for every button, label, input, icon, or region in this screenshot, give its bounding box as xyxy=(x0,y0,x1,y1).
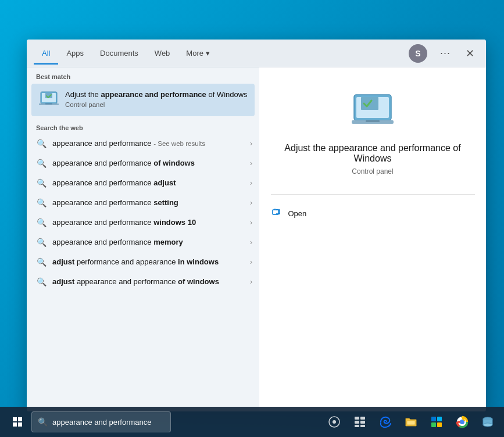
svg-rect-28 xyxy=(437,422,442,427)
web-item-text: appearance and performance - See web res… xyxy=(52,139,244,149)
chevron-right-icon: › xyxy=(250,179,252,187)
list-item[interactable]: 🔍 appearance and performance adjust › xyxy=(27,173,259,193)
best-match-label: Best match xyxy=(27,67,259,84)
tab-documents[interactable]: Documents xyxy=(92,42,146,65)
svg-rect-27 xyxy=(431,422,436,427)
tab-all[interactable]: All xyxy=(34,42,58,65)
user-avatar[interactable]: S xyxy=(409,44,427,63)
svg-rect-4 xyxy=(45,103,52,105)
chevron-right-icon: › xyxy=(250,278,252,286)
list-item[interactable]: 🔍 appearance and performance setting › xyxy=(27,193,259,213)
svg-point-17 xyxy=(333,420,336,424)
search-window: All Apps Documents Web More ▾ S ··· xyxy=(27,40,486,411)
explorer-button[interactable] xyxy=(399,409,423,435)
svg-rect-22 xyxy=(355,425,359,427)
svg-point-31 xyxy=(460,420,464,424)
svg-rect-21 xyxy=(360,421,365,424)
desktop: All Apps Documents Web More ▾ S ··· xyxy=(0,0,504,437)
svg-rect-9 xyxy=(366,120,380,122)
storage-button[interactable] xyxy=(476,409,499,435)
web-item-text: appearance and performance windows 10 xyxy=(52,218,244,228)
list-item[interactable]: 🔍 adjust performance and appearance in w… xyxy=(27,252,259,272)
task-view-button[interactable] xyxy=(323,409,346,435)
taskbar-icons xyxy=(323,409,499,435)
chevron-right-icon: › xyxy=(250,238,252,246)
svg-rect-13 xyxy=(18,417,22,421)
web-item-text: appearance and performance of windows xyxy=(52,159,244,169)
web-item-text: appearance and performance adjust xyxy=(52,178,244,188)
chevron-right-icon: › xyxy=(250,139,252,148)
taskbar-search[interactable]: 🔍 appearance and performance xyxy=(31,411,171,432)
tab-web[interactable]: Web xyxy=(146,42,178,65)
search-icon: 🔍 xyxy=(36,198,47,208)
search-icon: 🔍 xyxy=(36,277,47,287)
best-match-text: Adjust the appearance and performance of… xyxy=(65,89,248,108)
svg-rect-23 xyxy=(360,425,365,427)
open-action[interactable]: Open xyxy=(271,204,475,223)
best-match-title: Adjust the appearance and performance of… xyxy=(65,89,248,100)
open-icon xyxy=(271,207,283,219)
search-web-label: Search the web xyxy=(27,119,259,134)
tab-more[interactable]: More ▾ xyxy=(178,42,218,65)
taskbar: 🔍 appearance and performance xyxy=(0,407,504,437)
svg-rect-12 xyxy=(13,417,17,421)
list-item[interactable]: 🔍 adjust appearance and performance of w… xyxy=(27,272,259,292)
taskbar-search-text: appearance and performance xyxy=(52,418,152,427)
web-item-subtext: - See web results xyxy=(153,140,205,147)
search-icon: 🔍 xyxy=(36,178,47,188)
web-item-text: adjust performance and appearance in win… xyxy=(52,257,244,267)
svg-rect-26 xyxy=(437,417,442,421)
chevron-right-icon: › xyxy=(250,159,252,167)
web-item-text: appearance and performance setting xyxy=(52,198,244,208)
web-item-text: appearance and performance memory xyxy=(52,238,244,248)
result-icon xyxy=(349,91,396,131)
chevron-right-icon: › xyxy=(250,218,252,227)
list-item[interactable]: 🔍 appearance and performance memory › xyxy=(27,232,259,252)
chevron-right-icon: › xyxy=(250,199,252,207)
right-panel: Adjust the appearance and performance of… xyxy=(259,67,486,411)
best-match-subtitle: Control panel xyxy=(65,101,248,108)
svg-rect-14 xyxy=(13,422,17,427)
tab-apps[interactable]: Apps xyxy=(58,42,92,65)
open-label: Open xyxy=(288,209,307,218)
list-item[interactable]: 🔍 appearance and performance of windows … xyxy=(27,153,259,173)
best-match-item[interactable]: Adjust the appearance and performance of… xyxy=(31,84,255,116)
start-button[interactable] xyxy=(5,409,30,435)
svg-rect-19 xyxy=(360,417,365,420)
divider xyxy=(271,194,475,195)
edge-button[interactable] xyxy=(374,409,397,435)
chrome-button[interactable] xyxy=(451,409,474,435)
web-item-text: adjust appearance and performance of win… xyxy=(52,277,244,287)
chevron-right-icon: › xyxy=(250,258,252,266)
search-icon: 🔍 xyxy=(36,138,47,149)
tab-bar: All Apps Documents Web More ▾ S ··· xyxy=(27,40,486,67)
svg-rect-20 xyxy=(355,421,359,424)
svg-rect-24 xyxy=(407,421,415,425)
close-button[interactable]: ✕ xyxy=(461,45,479,62)
list-item[interactable]: 🔍 appearance and performance windows 10 … xyxy=(27,213,259,232)
left-panel: Best match xyxy=(27,67,259,411)
list-item[interactable]: 🔍 appearance and performance - See web r… xyxy=(27,134,259,153)
svg-rect-15 xyxy=(18,422,22,427)
search-icon: 🔍 xyxy=(36,217,47,228)
svg-point-34 xyxy=(483,423,492,427)
store-button[interactable] xyxy=(425,409,448,435)
control-panel-icon xyxy=(38,89,59,110)
more-options-button[interactable]: ··· xyxy=(434,45,456,62)
taskbar-search-icon: 🔍 xyxy=(38,417,48,427)
result-title: Adjust the appearance and performance of… xyxy=(280,143,466,164)
result-subtitle: Control panel xyxy=(352,167,393,175)
search-icon: 🔍 xyxy=(36,257,47,267)
search-icon: 🔍 xyxy=(36,237,47,248)
widgets-button[interactable] xyxy=(348,409,371,435)
svg-rect-18 xyxy=(355,417,359,420)
search-icon: 🔍 xyxy=(36,158,47,169)
main-content: Best match xyxy=(27,67,486,411)
svg-rect-25 xyxy=(431,417,436,421)
